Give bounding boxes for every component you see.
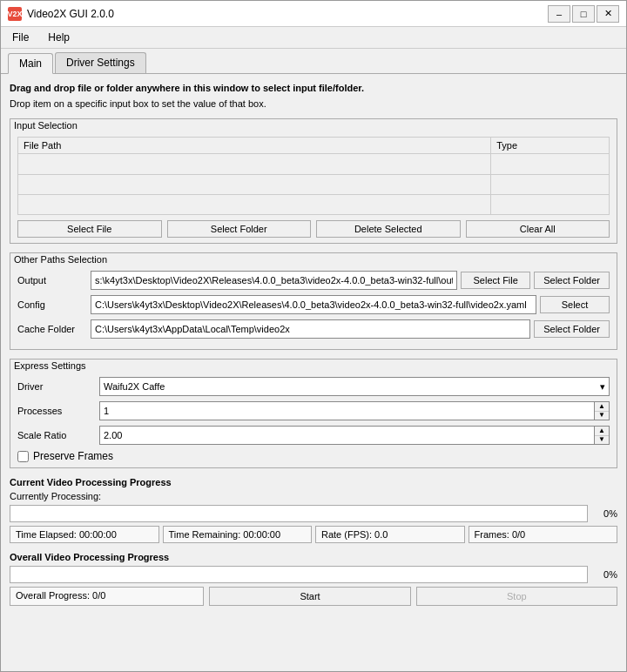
tab-main[interactable]: Main [8,53,53,74]
delete-selected-button[interactable]: Delete Selected [316,220,461,238]
tab-bar: Main Driver Settings [1,49,626,74]
description-line2: Drop item on a specific input box to set… [10,97,617,112]
current-progress-bar-row: 0% [10,505,617,522]
main-content: Drag and drop file or folder anywhere in… [1,74,626,671]
description-line1: Drag and drop file or folder anywhere in… [10,81,617,97]
overall-progress-stat: Overall Progress: 0/0 [10,587,204,606]
processes-increment-button[interactable]: ▲ [595,402,609,412]
currently-processing-label: Currently Processing: [10,491,617,501]
driver-value: Waifu2X Caffe [104,381,165,392]
scale-ratio-increment-button[interactable]: ▲ [595,427,609,436]
menu-bar: File Help [1,27,626,49]
table-cell-type [491,194,610,214]
cache-folder-row: Cache Folder Select Folder [17,319,610,339]
table-header-type: Type [491,138,610,154]
menu-file[interactable]: File [4,29,37,46]
table-row [18,194,610,214]
overall-progress-bar-row: 0% [10,566,617,583]
select-file-button[interactable]: Select File [17,220,162,238]
table-cell-filepath [18,154,491,174]
output-input[interactable] [91,271,457,290]
current-progress-section: Current Video Processing Progress Curren… [10,477,617,543]
overall-progress-title: Overall Video Processing Progress [10,552,617,562]
processes-spinbox-btns: ▲ ▼ [595,402,609,420]
config-select-button[interactable]: Select [540,296,610,313]
processes-spinbox: ▲ ▼ [99,401,610,420]
processes-input[interactable] [100,402,595,420]
current-stats-row: Time Elapsed: 00:00:00 Time Remaining: 0… [10,526,617,543]
menu-help[interactable]: Help [40,29,78,46]
chevron-down-icon: ▾ [600,381,605,393]
input-button-row: Select File Select Folder Delete Selecte… [17,220,610,238]
overall-progress-bar-outer [10,566,588,583]
scale-ratio-label: Scale Ratio [17,430,96,440]
cache-folder-select-button[interactable]: Select Folder [534,320,610,338]
overall-progress-pct: 0% [593,569,617,580]
scale-ratio-input[interactable] [100,427,595,444]
bottom-action-row: Overall Progress: 0/0 Start Stop [10,587,617,606]
close-button[interactable]: ✕ [597,5,619,23]
table-row [18,174,610,194]
config-row: Config Select [17,295,610,314]
table-header-filepath: File Path [18,138,491,154]
select-folder-button[interactable]: Select Folder [167,220,312,238]
table-cell-filepath [18,174,491,194]
time-elapsed-stat: Time Elapsed: 00:00:00 [10,526,159,543]
description: Drag and drop file or folder anywhere in… [10,81,617,111]
title-bar-left: V2X Video2X GUI 2.0.0 [8,7,114,21]
cache-folder-label: Cache Folder [17,324,87,334]
processes-decrement-button[interactable]: ▼ [595,412,609,420]
time-remaining-stat: Time Remaining: 00:00:00 [163,526,313,543]
scale-ratio-row: Scale Ratio ▲ ▼ [17,426,610,445]
other-paths-inner: Output Select File Select Folder Config … [10,265,617,349]
input-file-table: File Path Type [17,137,610,215]
output-select-file-button[interactable]: Select File [461,272,530,289]
current-progress-bar-outer [10,505,588,522]
config-input[interactable] [91,295,536,314]
preserve-frames-checkbox[interactable] [17,451,29,462]
output-label: Output [17,275,87,286]
main-window: V2X Video2X GUI 2.0.0 – □ ✕ File Help Ma… [0,0,627,672]
processes-label: Processes [17,406,96,416]
config-label: Config [17,299,87,310]
express-settings-inner: Driver Waifu2X Caffe ▾ Processes ▲ ▼ [10,372,617,467]
scale-ratio-spinbox: ▲ ▼ [99,426,610,445]
table-row [18,154,610,174]
input-selection-inner: File Path Type [10,131,617,243]
scale-ratio-spinbox-btns: ▲ ▼ [595,427,609,444]
tab-driver-settings[interactable]: Driver Settings [55,52,146,73]
stop-button[interactable]: Stop [416,587,617,606]
driver-row: Driver Waifu2X Caffe ▾ [17,377,610,396]
express-settings-section: Express Settings Driver Waifu2X Caffe ▾ … [10,359,617,468]
maximize-button[interactable]: □ [572,5,595,23]
start-button[interactable]: Start [209,587,410,606]
cache-folder-input[interactable] [91,319,530,339]
driver-select[interactable]: Waifu2X Caffe ▾ [99,377,610,396]
clear-all-button[interactable]: Clear All [466,220,610,238]
other-paths-section: Other Paths Selection Output Select File… [10,252,617,350]
title-bar-controls: – □ ✕ [548,5,619,23]
output-select-folder-button[interactable]: Select Folder [534,272,610,289]
frames-stat: Frames: 0/0 [469,526,618,543]
overall-progress-section: Overall Video Processing Progress 0% Ove… [10,552,617,606]
other-paths-label: Other Paths Selection [10,253,617,265]
current-progress-title: Current Video Processing Progress [10,477,617,487]
input-selection-section: Input Selection File Path Type [10,118,617,244]
rate-fps-stat: Rate (FPS): 0.0 [315,526,465,543]
table-cell-type [491,174,610,194]
minimize-button[interactable]: – [548,5,570,23]
preserve-frames-label: Preserve Frames [33,450,113,462]
driver-label: Driver [17,381,96,392]
window-title: Video2X GUI 2.0.0 [27,8,114,20]
title-bar: V2X Video2X GUI 2.0.0 – □ ✕ [1,1,626,27]
scale-ratio-decrement-button[interactable]: ▼ [595,436,609,445]
table-cell-type [491,154,610,174]
processes-row: Processes ▲ ▼ [17,401,610,420]
current-progress-pct: 0% [593,508,617,519]
output-row: Output Select File Select Folder [17,271,610,290]
app-icon: V2X [8,7,22,21]
table-cell-filepath [18,194,491,214]
express-settings-label: Express Settings [10,360,617,372]
preserve-frames-row: Preserve Frames [17,450,610,462]
input-selection-label: Input Selection [10,119,617,131]
